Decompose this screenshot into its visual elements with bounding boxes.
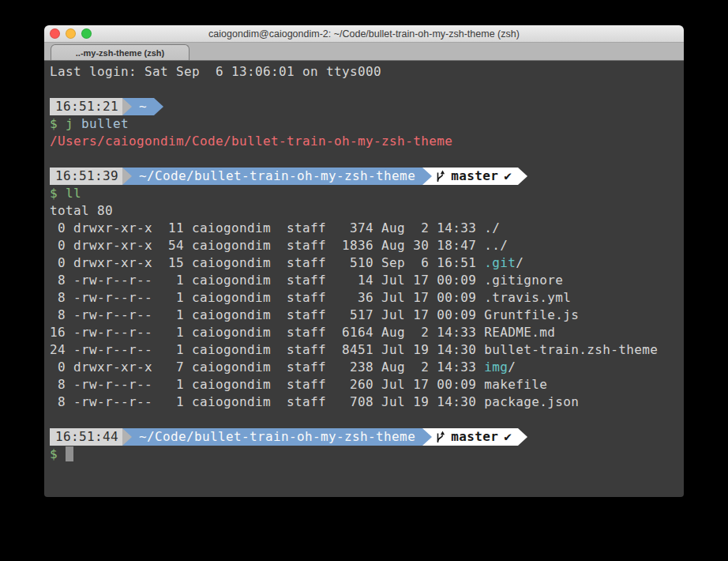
jump-output-line: /Users/caiogondim/Code/bullet-train-oh-m… <box>50 133 684 150</box>
file-name: img <box>484 360 508 375</box>
prompt-char: $ <box>50 116 66 131</box>
last-login-line: Last login: Sat Sep 6 13:06:01 on ttys00… <box>50 63 684 81</box>
list-row: 0 drwxr-xr-x 54 caiogondim staff 1836 Au… <box>50 237 684 254</box>
list-row: 0 drwxr-xr-x 7 caiogondim staff 238 Aug … <box>50 359 684 376</box>
list-command-line: $ ll <box>50 185 684 202</box>
branch-name: master <box>451 168 498 185</box>
command-arg: bullet <box>81 116 129 131</box>
file-meta: 16 -rw-r--r-- 1 caiogondim staff 6164 Au… <box>50 325 484 340</box>
prompt-char: $ <box>50 186 66 201</box>
file-name: .gitignore <box>484 273 563 288</box>
file-meta: 0 drwxr-xr-x 15 caiogondim staff 510 Sep… <box>50 255 484 270</box>
path-segment: ~ <box>132 98 154 115</box>
minimize-button[interactable] <box>66 28 76 39</box>
traffic-lights <box>50 25 92 42</box>
file-name: package.json <box>484 394 579 409</box>
file-meta: 8 -rw-r--r-- 1 caiogondim staff 260 Jul … <box>50 377 484 392</box>
title-bar: caiogondim@caiogondim-2: ~/Code/bullet-t… <box>44 25 684 43</box>
file-meta: 8 -rw-r--r-- 1 caiogondim staff 14 Jul 1… <box>50 273 484 288</box>
prompt-char: $ <box>50 446 66 461</box>
list-row: 0 drwxr-xr-x 15 caiogondim staff 510 Sep… <box>50 254 684 272</box>
powerline-separator <box>422 168 432 185</box>
file-name: Gruntfile.js <box>484 307 579 322</box>
close-button[interactable] <box>50 28 60 39</box>
git-branch-icon <box>435 170 445 183</box>
idle-prompt-line: $ <box>50 446 684 463</box>
file-meta: 8 -rw-r--r-- 1 caiogondim staff 36 Jul 1… <box>50 290 484 305</box>
file-name: .git <box>484 255 516 270</box>
jump-command-line: $ j bullet <box>50 115 684 133</box>
tab-bar: ..-my-zsh-theme (zsh) <box>44 43 684 61</box>
file-name: ../ <box>484 238 508 253</box>
text-cursor <box>66 446 73 461</box>
total-line: total 80 <box>50 202 684 220</box>
command-name: ll <box>66 186 81 201</box>
list-row: 8 -rw-r--r-- 1 caiogondim staff 36 Jul 1… <box>50 289 684 307</box>
tab-label: ..-my-zsh-theme (zsh) <box>76 48 164 58</box>
tab-my-zsh-theme[interactable]: ..-my-zsh-theme (zsh) <box>51 44 190 60</box>
file-name: makefile <box>484 377 547 392</box>
list-row: 8 -rw-r--r-- 1 caiogondim staff 708 Jul … <box>50 393 684 411</box>
window-title: caiogondim@caiogondim-2: ~/Code/bullet-t… <box>208 28 520 40</box>
command-name: j <box>66 116 81 131</box>
git-segment: master ✔ <box>432 428 518 446</box>
time-segment: 16:51:39 <box>50 168 122 185</box>
clean-status-icon: ✔ <box>504 168 512 185</box>
powerline-separator <box>154 98 163 115</box>
powerline-separator <box>422 428 432 446</box>
git-branch-icon <box>435 431 445 443</box>
file-name: .travis.yml <box>484 290 571 305</box>
list-row: 8 -rw-r--r-- 1 caiogondim staff 517 Jul … <box>50 307 684 324</box>
file-meta: 8 -rw-r--r-- 1 caiogondim staff 708 Jul … <box>50 394 484 409</box>
path-segment: ~/Code/bullet-train-oh-my-zsh-theme <box>132 428 422 446</box>
file-meta: 8 -rw-r--r-- 1 caiogondim staff 517 Jul … <box>50 307 484 322</box>
file-meta: 24 -rw-r--r-- 1 caiogondim staff 8451 Ju… <box>50 342 484 357</box>
prompt-line: 16:51:39 ~/Code/bullet-train-oh-my-zsh-t… <box>50 168 684 185</box>
terminal-screen[interactable]: Last login: Sat Sep 6 13:06:01 on ttys00… <box>44 61 684 497</box>
path-segment: ~/Code/bullet-train-oh-my-zsh-theme <box>132 168 422 185</box>
file-name: ./ <box>484 220 500 235</box>
dir-slash: / <box>508 360 516 375</box>
list-row: 24 -rw-r--r-- 1 caiogondim staff 8451 Ju… <box>50 341 684 359</box>
prompt-line: 16:51:21 ~ <box>50 98 684 115</box>
file-meta: 0 drwxr-xr-x 11 caiogondim staff 374 Aug… <box>50 220 484 235</box>
time-segment: 16:51:44 <box>50 428 122 446</box>
blank-line <box>50 411 684 428</box>
list-row: 0 drwxr-xr-x 11 caiogondim staff 374 Aug… <box>50 220 684 237</box>
file-name: README.md <box>484 325 555 340</box>
branch-name: master <box>451 428 498 446</box>
file-name: bullet-train.zsh-theme <box>484 342 658 357</box>
file-meta: 0 drwxr-xr-x 7 caiogondim staff 238 Aug … <box>50 360 484 375</box>
git-segment: master ✔ <box>432 168 518 185</box>
zoom-button[interactable] <box>81 28 92 39</box>
file-meta: 0 drwxr-xr-x 54 caiogondim staff 1836 Au… <box>50 238 484 253</box>
blank-line <box>50 81 684 98</box>
file-listing: 0 drwxr-xr-x 11 caiogondim staff 374 Aug… <box>50 220 684 411</box>
list-row: 8 -rw-r--r-- 1 caiogondim staff 260 Jul … <box>50 376 684 393</box>
dir-slash: / <box>516 255 523 270</box>
prompt-line: 16:51:44 ~/Code/bullet-train-oh-my-zsh-t… <box>50 428 684 446</box>
powerline-separator <box>122 428 132 446</box>
list-row: 8 -rw-r--r-- 1 caiogondim staff 14 Jul 1… <box>50 272 684 289</box>
powerline-separator <box>518 168 527 185</box>
powerline-separator <box>122 98 132 115</box>
powerline-separator <box>518 428 527 446</box>
time-segment: 16:51:21 <box>50 98 122 115</box>
terminal-window: caiogondim@caiogondim-2: ~/Code/bullet-t… <box>44 25 684 497</box>
powerline-separator <box>122 168 132 185</box>
list-row: 16 -rw-r--r-- 1 caiogondim staff 6164 Au… <box>50 324 684 341</box>
clean-status-icon: ✔ <box>504 428 512 446</box>
blank-line <box>50 150 684 168</box>
